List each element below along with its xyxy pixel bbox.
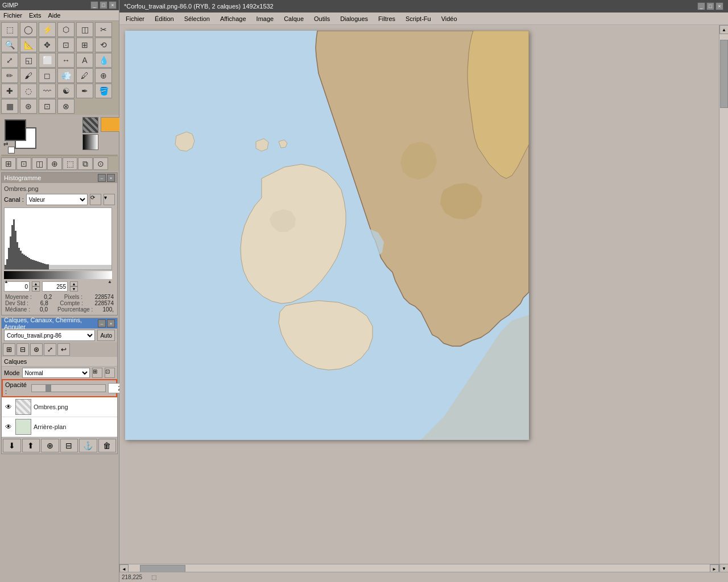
tool-paths[interactable]: ✒	[76, 84, 93, 98]
layer-remove-btn[interactable]: ⬆	[22, 439, 40, 452]
tool-fuzzy-select[interactable]: ⬡	[57, 22, 75, 37]
histogram-close-btn[interactable]: ×	[107, 174, 115, 182]
tool-crop[interactable]: ⊞	[76, 38, 93, 52]
tool-extra-d[interactable]: ⊕	[47, 157, 62, 170]
pattern-box[interactable]	[82, 117, 98, 133]
layer-duplicate-btn[interactable]: ⊕	[41, 439, 59, 452]
tool-rotate[interactable]: ⟲	[95, 38, 112, 52]
canvas-container[interactable]	[119, 25, 719, 559]
layer-tool-e[interactable]: ↩	[57, 343, 70, 356]
tool-bucket-fill[interactable]: 🪣	[95, 84, 112, 98]
tool-pencil[interactable]: ✏	[1, 68, 18, 83]
canvas-menu-calque[interactable]: Calque	[282, 14, 305, 23]
range-max-up[interactable]: ▲	[70, 281, 78, 286]
range-max-down[interactable]: ▼	[70, 286, 78, 292]
tool-extra-a[interactable]: ⊞	[1, 157, 16, 170]
tool-smudge[interactable]: 〰	[39, 84, 56, 98]
tool-extra-e[interactable]: ⬚	[63, 157, 77, 170]
layer-item-background[interactable]: 👁 Arrière-plan	[2, 417, 117, 437]
swap-colors-icon[interactable]: ⇄	[3, 141, 8, 147]
canvas-menu-image[interactable]: Image	[255, 14, 276, 23]
tool-move[interactable]: ✥	[39, 38, 56, 52]
tool-extra3[interactable]: ⊗	[57, 99, 75, 114]
range-max-input[interactable]: 255	[42, 281, 68, 292]
layer-tool-b[interactable]: ⊟	[16, 343, 29, 356]
tool-convolve[interactable]: ◌	[20, 84, 37, 98]
layer-merge-btn[interactable]: ⊟	[60, 439, 78, 452]
layer-visibility-shadows[interactable]: 👁	[4, 402, 13, 411]
tool-paintbrush[interactable]: 🖌	[20, 68, 37, 83]
mode-select[interactable]: Normal	[22, 368, 90, 378]
canvas-menu-filtres[interactable]: Filtres	[377, 14, 397, 23]
tool-flip[interactable]: ↔	[57, 53, 75, 68]
image-selector[interactable]: Corfou_travail.png-86	[4, 330, 95, 341]
canvas-menu-affichage[interactable]: Affichage	[218, 14, 248, 23]
canvas-menu-fichier[interactable]: Fichier	[124, 14, 146, 23]
layer-item-shadows[interactable]: 👁 Ombres.png	[2, 397, 117, 417]
opacity-slider[interactable]	[31, 384, 106, 392]
canvas-menu-scriptfu[interactable]: Script-Fu	[404, 14, 433, 23]
range-min-down[interactable]: ▼	[32, 286, 40, 292]
layers-close-btn[interactable]: ×	[107, 319, 115, 327]
gimp-minimize-button[interactable]: _	[90, 1, 98, 9]
gimp-maximize-button[interactable]: □	[100, 1, 107, 9]
menu-fichier[interactable]: Fichier	[2, 11, 23, 19]
tool-text[interactable]: A	[76, 53, 93, 68]
tool-color-picker[interactable]: 💧	[95, 53, 112, 68]
tool-zoom[interactable]: 🔍	[1, 38, 18, 52]
tool-eraser[interactable]: ◻	[39, 68, 56, 83]
canvas-menu-dialogues[interactable]: Dialogues	[338, 14, 370, 23]
histogram-refresh-btn[interactable]: ⟳	[90, 194, 101, 205]
tool-ink[interactable]: 🖊	[76, 68, 93, 83]
tool-scale[interactable]: ⤢	[1, 53, 18, 68]
tool-extra2[interactable]: ⊡	[39, 99, 56, 114]
image-canvas[interactable]	[125, 31, 529, 440]
mode-extra-btn-1[interactable]: ⊞	[92, 368, 102, 378]
gradient-box[interactable]	[82, 134, 98, 150]
vscroll-track[interactable]	[719, 34, 728, 564]
tool-blend[interactable]: ▦	[1, 99, 18, 114]
tool-scissors[interactable]: ✂	[95, 22, 112, 37]
foreground-color-swatch[interactable]	[5, 119, 26, 141]
histogram-collapse-btn[interactable]: –	[98, 174, 106, 182]
canvas-menu-selection[interactable]: Sélection	[183, 14, 212, 23]
vscroll-thumb[interactable]	[720, 40, 728, 108]
tool-perspective[interactable]: ⬜	[39, 53, 56, 68]
layer-add-btn[interactable]: ⬇	[3, 439, 21, 452]
layer-tool-a[interactable]: ⊞	[3, 343, 15, 356]
tool-heal[interactable]: ✚	[1, 84, 18, 98]
tool-align[interactable]: ⊡	[57, 38, 75, 52]
layer-anchor-btn[interactable]: ⚓	[79, 439, 97, 452]
tool-free-select[interactable]: ⚡	[39, 22, 56, 37]
tool-select-by-color[interactable]: ◫	[76, 22, 93, 37]
tool-airbrush[interactable]: 💨	[57, 68, 75, 83]
layer-visibility-background[interactable]: 👁	[4, 422, 13, 431]
tool-extra-b[interactable]: ⊡	[16, 157, 31, 170]
canal-select[interactable]: Valeur	[26, 194, 88, 205]
canvas-close-btn[interactable]: ×	[715, 2, 723, 10]
layer-delete-btn[interactable]: 🗑	[98, 439, 117, 452]
tool-shear[interactable]: ◱	[20, 53, 37, 68]
auto-button[interactable]: Auto	[97, 330, 115, 341]
tool-rect-select[interactable]: ⬚	[1, 22, 18, 37]
tool-measure[interactable]: 📐	[20, 38, 37, 52]
reset-colors-icon[interactable]	[8, 147, 15, 153]
canvas-menu-edition[interactable]: Édition	[153, 14, 176, 23]
layers-collapse-btn[interactable]: –	[98, 319, 106, 327]
vscroll-up-btn[interactable]: ▲	[719, 25, 728, 34]
tool-extra-c[interactable]: ◫	[32, 157, 47, 170]
canvas-maximize-btn[interactable]: □	[706, 2, 714, 10]
layer-tool-c[interactable]: ⊛	[30, 343, 43, 356]
canvas-minimize-btn[interactable]: _	[697, 2, 705, 10]
menu-exts[interactable]: Exts	[28, 11, 42, 19]
tool-extra-g[interactable]: ⊙	[93, 157, 108, 170]
tool-ellipse-select[interactable]: ◯	[20, 22, 37, 37]
mode-extra-btn-2[interactable]: ⊡	[105, 368, 115, 378]
gimp-close-button[interactable]: ×	[109, 1, 117, 9]
canvas-menu-video[interactable]: Vidéo	[440, 14, 459, 23]
canvas-menu-outils[interactable]: Outils	[312, 14, 332, 23]
histogram-options-btn[interactable]: ▾	[104, 194, 115, 205]
tool-dodge-burn[interactable]: ☯	[57, 84, 75, 98]
range-min-up[interactable]: ▲	[32, 281, 40, 286]
tool-extra-f[interactable]: ⧉	[78, 157, 93, 170]
